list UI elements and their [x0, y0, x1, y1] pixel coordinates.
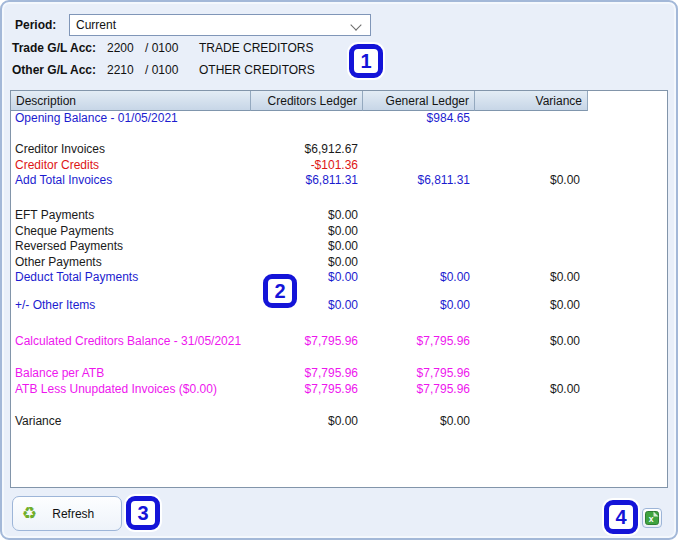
- other-gl-account-subcode: / 0100: [145, 63, 178, 77]
- variance-value: [475, 239, 588, 255]
- row-label: Other Payments: [11, 255, 251, 271]
- header-creditors-ledger[interactable]: Creditors Ledger: [251, 91, 363, 111]
- table-row[interactable]: Balance per ATB$7,795.96$7,795.96: [11, 366, 667, 382]
- creditors-ledger-value: -$101.36: [251, 158, 363, 174]
- table-spacer-row: [11, 397, 667, 414]
- creditors-ledger-value: $0.00: [251, 208, 363, 224]
- table-row[interactable]: Creditor Invoices$6,912.67: [11, 142, 667, 158]
- creditors-ledger-value: [251, 111, 363, 127]
- variance-value: $0.00: [475, 298, 588, 314]
- variance-value: [475, 255, 588, 271]
- creditors-ledger-value: $7,795.96: [251, 366, 363, 382]
- creditors-ledger-value: $0.00: [251, 255, 363, 271]
- table-row[interactable]: Deduct Total Payments$0.00$0.00$0.00: [11, 270, 667, 286]
- variance-value: [475, 142, 588, 158]
- creditors-ledger-value: $7,795.96: [251, 382, 363, 398]
- refresh-button[interactable]: ♻ Refresh: [12, 496, 122, 531]
- row-label: Add Total Invoices: [11, 173, 251, 189]
- table-row[interactable]: Other Payments$0.00: [11, 255, 667, 271]
- period-dropdown[interactable]: Current: [69, 14, 371, 36]
- row-label: +/- Other Items: [11, 298, 251, 314]
- variance-value: [475, 208, 588, 224]
- som-marker-4: 4: [604, 500, 638, 534]
- row-label: Cheque Payments: [11, 224, 251, 240]
- som-marker-1: 1: [349, 44, 383, 78]
- table-row[interactable]: Opening Balance - 01/05/2021$984.65: [11, 111, 667, 127]
- trade-gl-account-subcode: / 0100: [145, 41, 178, 55]
- trade-gl-account-name: TRADE CREDITORS: [199, 41, 313, 55]
- other-gl-account-label: Other G/L Acc:: [12, 63, 96, 77]
- general-ledger-value: $6,811.31: [363, 173, 475, 189]
- trade-gl-account-code: 2200: [107, 41, 134, 55]
- svg-text:x: x: [649, 514, 654, 524]
- reconciliation-table: Description Creditors Ledger General Led…: [10, 90, 668, 488]
- general-ledger-value: $7,795.96: [363, 366, 475, 382]
- general-ledger-value: $0.00: [363, 414, 475, 430]
- header-general-ledger[interactable]: General Ledger: [363, 91, 475, 111]
- row-label: Opening Balance - 01/05/2021: [11, 111, 251, 127]
- creditors-ledger-value: $0.00: [251, 224, 363, 240]
- table-spacer-row: [11, 127, 667, 143]
- general-ledger-value: [363, 239, 475, 255]
- som-marker-2: 2: [263, 274, 297, 308]
- table-spacer-row: [11, 189, 667, 209]
- row-label: EFT Payments: [11, 208, 251, 224]
- row-label: Calculated Creditors Balance - 31/05/202…: [11, 334, 251, 350]
- table-body: Opening Balance - 01/05/2021$984.65Credi…: [11, 111, 667, 487]
- variance-value: [475, 366, 588, 382]
- chevron-down-icon: [350, 19, 361, 30]
- row-label: Creditor Credits: [11, 158, 251, 174]
- general-ledger-value: [363, 224, 475, 240]
- general-ledger-value: [363, 142, 475, 158]
- table-row[interactable]: Add Total Invoices$6,811.31$6,811.31$0.0…: [11, 173, 667, 189]
- general-ledger-value: [363, 208, 475, 224]
- variance-value: $0.00: [475, 382, 588, 398]
- table-spacer-row: [11, 286, 667, 299]
- som-marker-3: 3: [126, 496, 160, 530]
- general-ledger-value: $0.00: [363, 298, 475, 314]
- header-description[interactable]: Description: [11, 91, 251, 111]
- row-label: Creditor Invoices: [11, 142, 251, 158]
- table-row[interactable]: EFT Payments$0.00: [11, 208, 667, 224]
- row-label: Balance per ATB: [11, 366, 251, 382]
- other-gl-account-name: OTHER CREDITORS: [199, 63, 315, 77]
- header-variance[interactable]: Variance: [475, 91, 588, 111]
- table-header-row: Description Creditors Ledger General Led…: [11, 91, 667, 111]
- header-filler: [588, 91, 667, 111]
- row-label: Variance: [11, 414, 251, 430]
- row-label: ATB Less Unupdated Invoices ($0.00): [11, 382, 251, 398]
- row-label: Reversed Payments: [11, 239, 251, 255]
- creditors-ledger-value: $6,811.31: [251, 173, 363, 189]
- refresh-button-label: Refresh: [52, 507, 94, 521]
- table-row[interactable]: Creditor Credits-$101.36: [11, 158, 667, 174]
- table-row[interactable]: Calculated Creditors Balance - 31/05/202…: [11, 334, 667, 350]
- recycle-icon: ♻: [22, 505, 37, 522]
- excel-icon: x: [645, 511, 659, 525]
- general-ledger-value: $7,795.96: [363, 334, 475, 350]
- variance-value: [475, 111, 588, 127]
- table-row[interactable]: Variance$0.00$0.00: [11, 414, 667, 430]
- table-row[interactable]: ATB Less Unupdated Invoices ($0.00)$7,79…: [11, 382, 667, 398]
- general-ledger-value: [363, 158, 475, 174]
- creditors-ledger-value: $7,795.96: [251, 334, 363, 350]
- table-spacer-row: [11, 314, 667, 335]
- creditors-ledger-value: $0.00: [251, 414, 363, 430]
- general-ledger-value: $984.65: [363, 111, 475, 127]
- creditors-ledger-value: $6,912.67: [251, 142, 363, 158]
- trade-gl-account-label: Trade G/L Acc:: [12, 41, 96, 55]
- table-row[interactable]: Reversed Payments$0.00: [11, 239, 667, 255]
- variance-value: $0.00: [475, 334, 588, 350]
- table-row[interactable]: Cheque Payments$0.00: [11, 224, 667, 240]
- variance-value: [475, 414, 588, 430]
- variance-value: $0.00: [475, 270, 588, 286]
- general-ledger-value: $0.00: [363, 270, 475, 286]
- excel-export-button[interactable]: x: [642, 508, 662, 528]
- general-ledger-value: [363, 255, 475, 271]
- creditors-ledger-value: $0.00: [251, 239, 363, 255]
- variance-value: [475, 158, 588, 174]
- variance-value: $0.00: [475, 173, 588, 189]
- table-row[interactable]: +/- Other Items$0.00$0.00$0.00: [11, 298, 667, 314]
- period-dropdown-value: Current: [76, 18, 116, 32]
- general-ledger-value: $7,795.96: [363, 382, 475, 398]
- row-label: Deduct Total Payments: [11, 270, 251, 286]
